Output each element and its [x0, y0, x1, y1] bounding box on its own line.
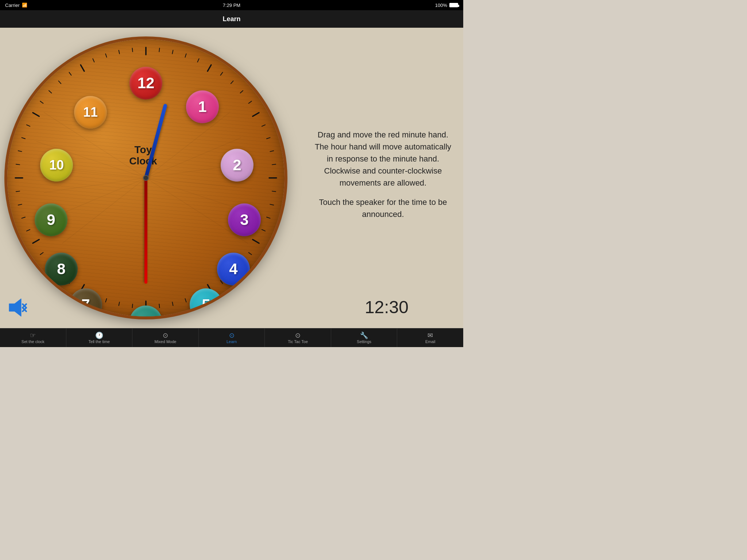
tab-mixed-mode-label: Mixed Mode [154, 339, 176, 344]
tab-tell-time-label: Tell the time [89, 339, 110, 344]
tab-tic-tac-toe-label: Tic Tac Toe [288, 339, 308, 344]
tab-settings[interactable]: 🔧 Settings [331, 328, 398, 347]
email-icon: ✉ [427, 332, 433, 339]
tab-tell-time[interactable]: 🕐 Tell the time [66, 328, 133, 347]
clock-num-1: 1 [186, 90, 219, 123]
main-content: 12 1 2 3 4 5 6 7 8 9 10 11 Toy Clock [0, 28, 463, 328]
mixed-mode-icon: ⊙ [163, 332, 168, 339]
tab-settings-label: Settings [357, 339, 371, 344]
tab-email[interactable]: ✉ Email [397, 328, 463, 347]
tic-tac-toe-icon: ⊙ [295, 332, 301, 339]
svg-marker-6 [9, 299, 21, 316]
tell-time-icon: 🕐 [95, 332, 103, 339]
clock-num-9: 9 [35, 203, 67, 236]
tab-learn-label: Learn [227, 339, 237, 344]
tab-set-clock[interactable]: ☞ Set the clock [0, 328, 66, 347]
clock-num-3: 3 [228, 203, 261, 236]
clock-brand-top: Toy [135, 144, 152, 155]
clock-num-4: 4 [217, 253, 250, 285]
clock-face[interactable]: 12 1 2 3 4 5 6 7 8 9 10 11 Toy Clock [7, 39, 285, 316]
nav-title: Learn [222, 15, 240, 23]
clock-container[interactable]: 12 1 2 3 4 5 6 7 8 9 10 11 Toy Clock [7, 39, 285, 316]
clock-num-8: 8 [45, 253, 78, 285]
speaker-button[interactable] [7, 298, 29, 319]
info-line-2: Touch the speaker for the time to be ann… [314, 196, 452, 220]
wifi-icon: 📶 [22, 3, 27, 8]
status-time: 7:29 PM [223, 3, 240, 8]
info-line-1: Drag and move the red minute hand. The h… [314, 129, 452, 189]
clock-num-11: 11 [74, 96, 107, 129]
clock-num-12: 12 [129, 67, 162, 100]
tab-mixed-mode[interactable]: ⊙ Mixed Mode [132, 328, 199, 347]
info-panel: Drag and move the red minute hand. The h… [314, 129, 452, 228]
tab-email-label: Email [425, 339, 436, 344]
clock-num-10: 10 [40, 149, 73, 182]
time-display: 12:30 [365, 297, 409, 317]
learn-icon: ⊙ [229, 332, 235, 339]
carrier-label: Carrier [5, 3, 20, 8]
tab-tic-tac-toe[interactable]: ⊙ Tic Tac Toe [265, 328, 331, 347]
settings-icon: 🔧 [360, 332, 368, 339]
battery-percent: 100% [435, 3, 447, 8]
status-bar: Carrier 📶 7:29 PM 100% [0, 0, 463, 10]
minute-hand[interactable] [144, 178, 147, 284]
tab-learn[interactable]: ⊙ Learn [199, 328, 265, 347]
tab-set-clock-label: Set the clock [22, 339, 44, 344]
clock-center-dot [143, 175, 149, 181]
nav-bar: Learn [0, 10, 463, 28]
status-left: Carrier 📶 [5, 3, 27, 8]
set-clock-icon: ☞ [30, 332, 36, 339]
clock-num-2: 2 [221, 149, 253, 182]
tab-bar: ☞ Set the clock 🕐 Tell the time ⊙ Mixed … [0, 328, 463, 347]
battery-icon [449, 3, 458, 7]
status-right: 100% [435, 3, 458, 8]
